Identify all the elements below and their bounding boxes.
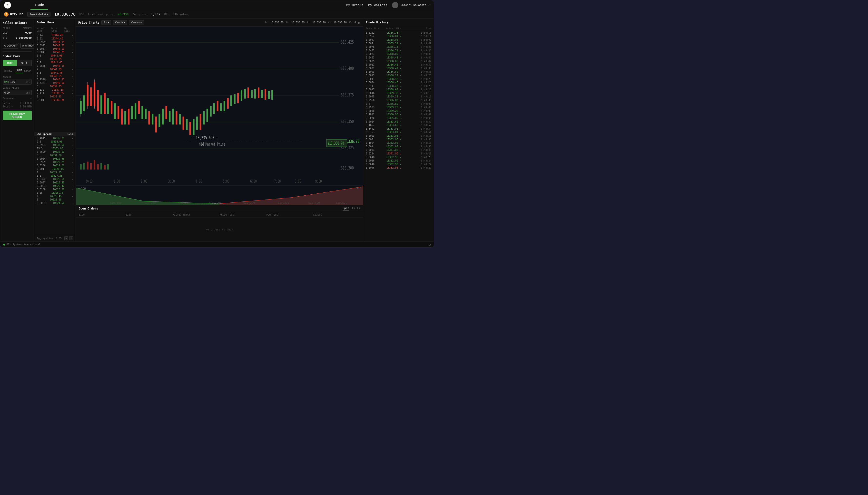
ob-bid-row[interactable]: 0.110327.25- [34, 174, 76, 177]
svg-rect-50 [193, 119, 195, 135]
market-tab[interactable]: MARKET [3, 68, 15, 73]
ob-bid-row[interactable]: 0.098410333.50- [34, 143, 76, 147]
ob-ask-row[interactable]: 1.008710344.00- [34, 47, 76, 50]
ob-bid-row[interactable]: 0.00110328.15- [34, 167, 76, 171]
ob-bid-row[interactable]: 0.404510335.05- [34, 136, 76, 140]
ob-bid-row[interactable]: 1.10325.45- [34, 194, 76, 198]
ob-bid-row[interactable]: 25.310333.00- [34, 147, 76, 150]
status-bar: All Systems Operational ⚙ [0, 241, 434, 247]
ob-bid-row[interactable]: 0.616810326.30- [34, 188, 76, 191]
avatar [392, 2, 398, 8]
th-row: 0.046310338.42 ↗9:49:42 [363, 56, 434, 59]
ob-bid-row[interactable]: 0.002110324.50- [34, 201, 76, 205]
ob-bid-row[interactable]: 0.099910329.25- [34, 160, 76, 164]
ob-bid-row[interactable]: 0.003710326.45- [34, 181, 76, 184]
th-row: 0.00510333.00 ↗9:48:53 [363, 138, 434, 141]
ob-ask-row[interactable]: 2.41410336.55- [34, 91, 76, 95]
th-row: 0.01110338.42 ↗9:49:20 [363, 84, 434, 88]
chart-forward-btn[interactable]: ▶ [358, 21, 361, 24]
aggregation-minus[interactable]: − [64, 236, 68, 240]
svg-text:$10,530: $10,530 [336, 202, 347, 204]
th-row: 0.005410338.46 ↗9:49:20 [363, 81, 434, 84]
timeframe-selector[interactable]: 5m ▾ [101, 20, 111, 25]
limit-tab[interactable]: LIMIT [15, 68, 23, 73]
stop-tab[interactable]: STOP [23, 68, 32, 73]
candlestick-chart[interactable]: $10,425 $10,400 $10,375 $10,350 $10,336.… [76, 27, 363, 185]
ob-bid-row[interactable]: 2.510334.95- [34, 140, 76, 143]
oo-tab-open[interactable]: Open [343, 207, 349, 210]
sell-tab[interactable]: SELL [17, 60, 32, 66]
ob-bid-row[interactable]: 3.026810329.00- [34, 164, 76, 167]
ob-bid-row[interactable]: 0.0510325.75- [34, 191, 76, 194]
aggregation-plus[interactable]: + [69, 236, 73, 240]
main-layout: Wallet Balance Asset Amount USD 0.00 BTC… [0, 19, 434, 241]
ob-bid-row[interactable]: 0.002310326.40- [34, 184, 76, 188]
app-logo[interactable]: Coinbase ProC [4, 2, 11, 8]
ob-ask-row[interactable]: 0.110342.90- [34, 54, 76, 57]
th-row: 0.007610335.00 ↗9:49:01 [363, 116, 434, 120]
user-menu[interactable]: Satoshi Nakamoto ▾ [392, 2, 430, 8]
th-row: 0.046310336.71 ↗9:49:48 [363, 49, 434, 52]
ob-ask-row[interactable]: 2.10341.95- [34, 67, 76, 71]
ob-ask-row[interactable]: 0.610341.80- [34, 71, 76, 74]
depth-chart: -300 $10,180 $10,230 $10,280 $10,330 $10… [76, 185, 363, 205]
overlay-selector[interactable]: Overlay ▾ [129, 20, 144, 25]
oo-tab-fills[interactable]: Fills [352, 207, 360, 210]
th-row: 0.004610332.95 ↗9:48:24 [363, 163, 434, 166]
chart-type-selector[interactable]: Candle ▾ [113, 20, 127, 25]
ob-ask-row[interactable]: 0.592210344.30- [34, 44, 76, 47]
price-currency: USD [80, 13, 84, 16]
ob-bid-row[interactable]: 0.759910332.90- [34, 150, 76, 153]
wallet-table: Asset Amount USD 0.00 BTC 0.00000000 [3, 27, 32, 40]
chevron-down-icon: ▾ [108, 21, 109, 24]
my-orders-btn[interactable]: My Orders [346, 3, 363, 7]
advanced-toggle[interactable]: Advanced ▾ [3, 97, 32, 100]
svg-rect-66 [247, 87, 249, 98]
max-link[interactable]: Max [4, 81, 9, 83]
nav-tab-trade[interactable]: Trade [31, 0, 48, 10]
ob-ask-row[interactable]: 0.13210337.35- [34, 88, 76, 91]
svg-rect-59 [224, 101, 225, 111]
ob-bid-row[interactable]: 1.032210326.50- [34, 177, 76, 181]
ob-ask-row[interactable]: 0.068810342.15- [34, 64, 76, 67]
ob-ask-row[interactable]: 2.10342.85- [34, 57, 76, 61]
aggregation-controls: − + [64, 236, 73, 240]
ob-ask-row[interactable]: 0.759910340.35- [34, 78, 76, 81]
th-row: 0.344210333.01 ↗9:48:54 [363, 127, 434, 131]
svg-rect-68 [254, 89, 256, 98]
ob-ask-row[interactable]: 3.1410344.45- [34, 33, 76, 37]
ob-ask-row[interactable]: 0.0110344.40- [34, 37, 76, 40]
place-order-button[interactable]: PLACE BUY ORDER [3, 110, 32, 120]
total-row: Total = 0.00 USD [3, 105, 32, 108]
deposit-button[interactable]: ⊕ DEPOSIT [3, 43, 19, 49]
amount-input[interactable] [10, 80, 26, 83]
minus-icon: ⊖ [22, 44, 24, 47]
svg-rect-32 [131, 106, 133, 119]
ob-ask-row[interactable]: 1.10340.65- [34, 74, 76, 78]
settings-icon[interactable]: ⚙ [429, 243, 431, 246]
ob-bid-row[interactable]: 1.290410329.35- [34, 157, 76, 160]
ohlcv-info: O: 10,338.05 H: 10,338.05 L: 10,336.78 C… [265, 21, 356, 24]
order-form-title: Order Form [3, 55, 32, 58]
ob-ask-row[interactable]: 0.299910344.35- [34, 40, 76, 44]
ob-ask-row[interactable]: 5.60110336.30- [34, 98, 76, 102]
ob-ask-row[interactable]: 3.10336.35- [34, 95, 76, 98]
limit-price-input[interactable] [4, 91, 26, 94]
ob-ask-row[interactable]: 0.110342.65- [34, 61, 76, 64]
ob-bid-row[interactable]: 6.10325.25- [34, 198, 76, 201]
ob-ask-row[interactable]: 0.004710343.75- [34, 50, 76, 54]
my-wallets-btn[interactable]: My Wallets [368, 3, 387, 7]
oo-tabs: Open Fills [343, 207, 360, 210]
svg-rect-29 [121, 109, 122, 124]
volume-value: 7,867 [151, 13, 161, 16]
ob-bid-row[interactable]: 1.10327.95- [34, 171, 76, 174]
ob-ask-row[interactable]: 1.437110340.00- [34, 81, 76, 85]
select-market-button[interactable]: Select Market ▾ [27, 12, 50, 17]
change-label: 24h price [132, 13, 147, 16]
svg-rect-63 [237, 93, 239, 103]
ob-bid-row[interactable]: 3.10331.00- [34, 153, 76, 157]
left-panel: Wallet Balance Asset Amount USD 0.00 BTC… [0, 19, 34, 241]
buy-tab[interactable]: BUY [3, 60, 17, 66]
chevron-down-icon: ▾ [30, 97, 32, 100]
ob-ask-row[interactable]: 3.10339.25- [34, 85, 76, 88]
